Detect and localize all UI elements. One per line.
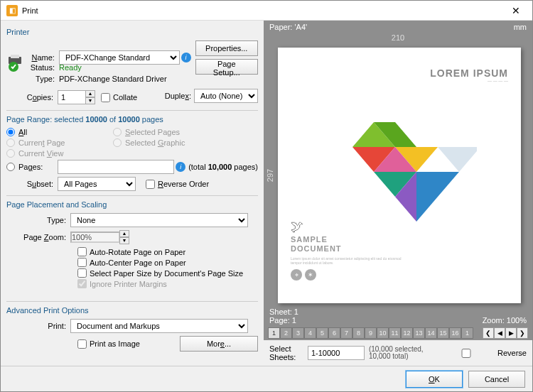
range-pages-radio[interactable] — [6, 163, 15, 171]
auto-rotate-checkbox[interactable] — [77, 247, 87, 256]
print-as-image-checkbox[interactable] — [77, 339, 87, 349]
page-preview: LOREM IPSUM — — — — 🕊 SAMPLEDOCUME — [278, 48, 521, 303]
properties-button[interactable]: Properties... — [195, 40, 258, 56]
info-icon[interactable]: i — [181, 53, 191, 62]
ruler-horizontal: 210 — [264, 33, 532, 45]
ruler-vertical: 297 — [264, 45, 276, 306]
subset-select[interactable]: All Pages — [58, 177, 136, 191]
page-zoom-input — [70, 232, 120, 243]
printer-type: PDF-XChange Standard Driver — [59, 75, 167, 83]
zoom-spinner: ▲▼ — [119, 230, 129, 244]
pages-input[interactable] — [58, 160, 174, 174]
thumb[interactable]: 10 — [377, 327, 389, 339]
thumb[interactable]: 2 — [280, 327, 292, 339]
print-what-select[interactable]: Document and Markups — [70, 319, 248, 333]
thumb[interactable]: 12 — [401, 327, 413, 339]
tools-icon: ✶ — [305, 269, 316, 281]
app-icon: ◧ — [6, 5, 18, 16]
reverse-order-checkbox[interactable] — [146, 180, 155, 189]
select-sheets-input[interactable] — [308, 346, 365, 360]
reverse-sheets-checkbox[interactable] — [438, 349, 495, 358]
thumb[interactable]: 16 — [449, 327, 461, 339]
printer-icon — [6, 53, 26, 73]
thumb[interactable]: 14 — [425, 327, 437, 339]
collate-checkbox[interactable] — [101, 93, 110, 102]
info-icon[interactable]: i — [176, 162, 185, 172]
thumb[interactable]: 6 — [328, 327, 340, 339]
footer: OK Cancel — [1, 366, 532, 391]
scaling-type-select[interactable]: None — [70, 213, 248, 227]
thumb[interactable]: 5 — [316, 327, 328, 339]
pin-icon: ⌖ — [291, 269, 302, 281]
titlebar: ◧ Print ✕ — [1, 1, 532, 21]
svg-marker-11 — [438, 147, 477, 172]
auto-center-checkbox[interactable] — [77, 258, 87, 267]
ignore-margins-checkbox — [77, 279, 87, 288]
sheet-label: Sheet: 1 — [269, 307, 298, 316]
svg-rect-1 — [11, 55, 19, 58]
thumb[interactable]: 1 — [461, 327, 473, 339]
select-sheets-label: Select Sheets: — [269, 344, 303, 361]
placement-group-title: Page Placement and Scaling — [6, 200, 258, 209]
range-group-title: Page Range: selected 10000 of 10000 page… — [6, 115, 258, 124]
thumb[interactable]: 9 — [365, 327, 377, 339]
thumb[interactable]: 3 — [292, 327, 304, 339]
range-currentview-radio — [6, 149, 15, 158]
zoom-label: Zoom: 100% — [483, 316, 527, 325]
thumb[interactable]: 13 — [413, 327, 425, 339]
range-all-radio[interactable] — [6, 128, 15, 136]
duplex-select[interactable]: Auto (None) — [194, 89, 258, 103]
sample-block: 🕊 SAMPLEDOCUMENT Lorem ipsum dolor sit a… — [291, 219, 404, 281]
page-setup-button[interactable]: Page Setup... — [195, 59, 258, 75]
thumb-nav[interactable]: ❮◀▶❯ — [483, 327, 528, 339]
range-currentpage-radio — [6, 138, 15, 147]
printer-status: Ready — [59, 63, 82, 72]
window-title: Print — [22, 6, 505, 15]
advanced-group-title: Advanced Print Options — [6, 306, 258, 315]
thumb[interactable]: 1 — [268, 327, 280, 339]
more-button[interactable]: More... — [180, 336, 258, 352]
thumb[interactable]: 7 — [340, 327, 352, 339]
left-panel: Printer Name: PDF-XChange Standard i Pro… — [1, 21, 264, 366]
unit-label: mm — [514, 23, 527, 31]
tangram-graphic — [313, 108, 477, 236]
printer-group-title: Printer — [6, 28, 258, 36]
printer-name-select[interactable]: PDF-XChange Standard — [59, 50, 180, 65]
copies-input[interactable] — [58, 90, 86, 104]
preview-panel: Paper: 'A4'mm 210 297 LOREM IPSUM — — — … — [264, 21, 532, 366]
cancel-button[interactable]: Cancel — [468, 371, 525, 388]
svg-marker-10 — [416, 172, 459, 222]
copies-spinner[interactable]: ▲▼ — [85, 90, 95, 104]
sheet-thumbnails[interactable]: 1 2 3 4 5 6 7 8 9 10 11 12 13 14 15 16 1… — [264, 326, 532, 340]
thumb[interactable]: 15 — [437, 327, 449, 339]
thumb[interactable]: 8 — [352, 327, 365, 339]
range-selectedgraphic-radio — [113, 138, 122, 147]
page-label: Page: 1 — [269, 316, 298, 325]
thumb[interactable]: 11 — [389, 327, 401, 339]
close-icon[interactable]: ✕ — [505, 5, 527, 16]
select-paper-size-checkbox[interactable] — [77, 268, 87, 278]
range-selectedpages-radio — [113, 128, 122, 136]
select-sheets-info: (10,000 selected, 10,000 total) — [369, 346, 434, 361]
thumb[interactable]: 4 — [304, 327, 316, 339]
ok-button[interactable]: OK — [406, 371, 463, 388]
lorem-heading: LOREM IPSUM — — — — — [430, 67, 508, 83]
paper-label: Paper: 'A4' — [269, 23, 307, 31]
